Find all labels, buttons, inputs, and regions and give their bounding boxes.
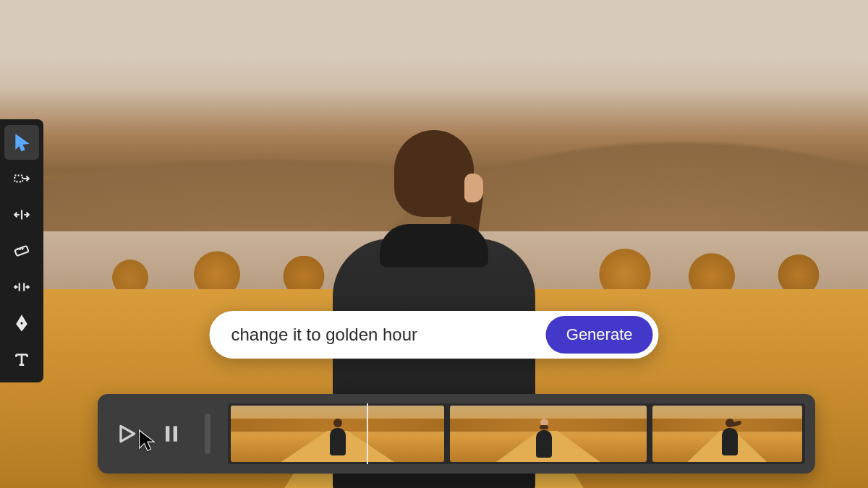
generate-button[interactable]: Generate (546, 316, 653, 354)
prompt-input[interactable] (230, 324, 546, 346)
type-tool[interactable] (4, 342, 39, 377)
slip-tool[interactable] (4, 270, 39, 304)
generative-prompt-bar: Generate (210, 311, 659, 359)
timeline-panel (98, 394, 815, 474)
svg-rect-4 (174, 426, 177, 441)
pen-icon (12, 314, 31, 333)
svg-rect-0 (14, 176, 22, 182)
timeline-divider (205, 414, 210, 454)
slip-icon (12, 278, 31, 296)
pause-icon (160, 422, 183, 445)
selection-arrow-icon (12, 133, 31, 152)
svg-point-2 (20, 322, 22, 324)
timeline-clip[interactable] (231, 406, 444, 462)
pen-tool[interactable] (4, 306, 39, 341)
razor-tool[interactable] (4, 234, 39, 268)
selection-tool[interactable] (4, 125, 39, 160)
video-canvas: Generate (0, 0, 868, 488)
play-button[interactable] (111, 418, 142, 450)
ripple-edit-tool[interactable] (4, 197, 39, 232)
timeline-clip[interactable] (652, 406, 802, 462)
svg-rect-1 (14, 246, 28, 256)
svg-rect-3 (166, 426, 169, 441)
pause-button[interactable] (156, 418, 187, 450)
track-select-forward-tool[interactable] (4, 161, 39, 196)
razor-icon (12, 241, 31, 260)
playhead[interactable] (367, 403, 368, 464)
type-icon (12, 350, 31, 369)
tools-panel (0, 119, 43, 382)
play-icon (115, 422, 138, 445)
clip-track[interactable] (228, 403, 805, 464)
timeline-clip[interactable] (450, 406, 646, 462)
ripple-edit-icon (12, 205, 31, 224)
track-select-icon (12, 169, 31, 188)
